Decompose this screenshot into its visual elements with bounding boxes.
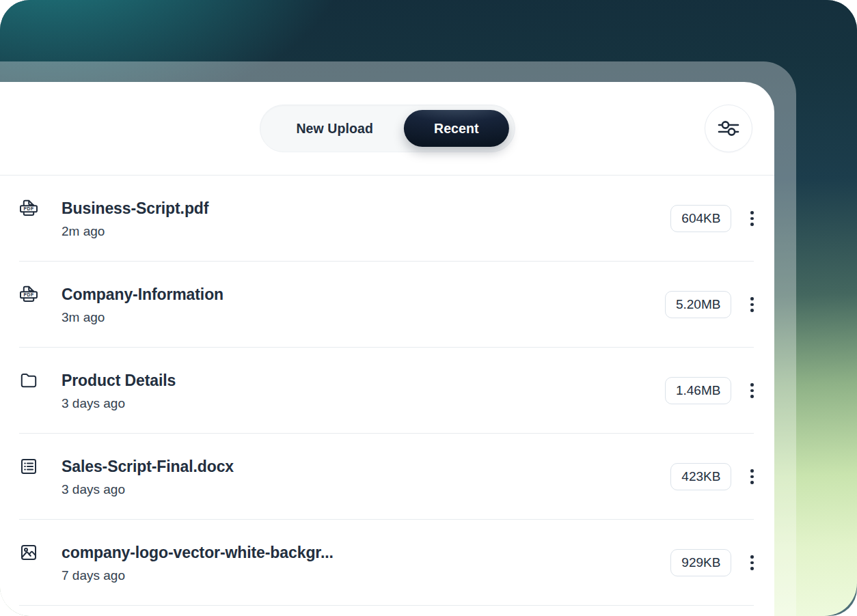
more-options-button[interactable] (749, 294, 755, 315)
file-row[interactable]: Sales-Script-Final.docx 3 days ago 423KB (0, 434, 774, 520)
file-row[interactable]: Product Details 3 days ago 1.46MB (0, 348, 774, 434)
more-options-button[interactable] (749, 208, 755, 229)
filter-button[interactable] (705, 104, 752, 152)
tab-recent[interactable]: Recent (404, 110, 509, 147)
svg-text:PDF: PDF (23, 292, 33, 297)
file-name: company-logo-vector-white-backgr... (62, 543, 334, 562)
file-size-badge: 5.20MB (665, 291, 731, 318)
svg-text:PDF: PDF (23, 206, 33, 211)
file-time: 3 days ago (62, 482, 234, 497)
file-size-badge: 1.46MB (665, 377, 731, 404)
file-manager-card: New Upload Recent (0, 82, 774, 616)
file-size-badge: 604KB (670, 205, 731, 232)
file-row[interactable]: company-logo-vector-white-backgr... 7 da… (0, 520, 774, 606)
tab-new-upload[interactable]: New Upload (265, 110, 404, 147)
file-row[interactable]: PDF Company-Information 3m ago 5.20MB (0, 262, 774, 348)
pdf-file-icon: PDF (19, 285, 38, 304)
document-icon (19, 457, 38, 476)
file-time: 3m ago (62, 310, 223, 325)
image-icon (19, 543, 38, 562)
pdf-file-icon: PDF (19, 199, 38, 218)
file-name: Business-Script.pdf (62, 199, 208, 218)
folder-icon (19, 371, 38, 390)
more-options-button[interactable] (749, 466, 755, 487)
card-header: New Upload Recent (0, 82, 774, 176)
file-name: Sales-Script-Final.docx (62, 457, 234, 476)
more-options-button[interactable] (749, 380, 755, 401)
file-row[interactable]: PDF Business-Script.pdf 2m ago 604KB (0, 176, 774, 262)
screenshot-stage: New Upload Recent (0, 0, 857, 616)
file-time: 7 days ago (62, 568, 334, 583)
sliders-icon (716, 116, 741, 141)
view-toggle: New Upload Recent (259, 104, 515, 152)
file-name: Product Details (62, 371, 176, 390)
file-time: 2m ago (62, 224, 208, 239)
file-size-badge: 423KB (670, 463, 731, 490)
file-time: 3 days ago (62, 396, 176, 411)
file-size-badge: 929KB (670, 549, 731, 576)
file-list: PDF Business-Script.pdf 2m ago 604KB (0, 176, 774, 616)
file-name: Company-Information (62, 285, 223, 304)
more-options-button[interactable] (749, 552, 755, 573)
